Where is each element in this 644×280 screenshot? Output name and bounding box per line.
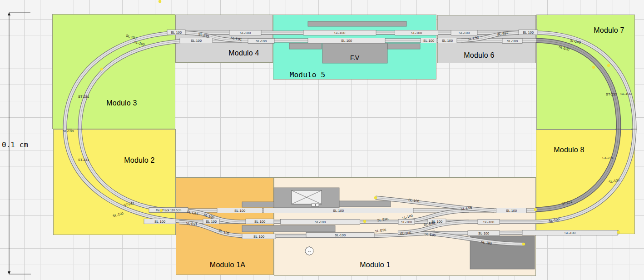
module-label-modulo-1: Modulo 1 [360,261,390,269]
track-piece-label-22: ST-231 [123,201,135,208]
shed-door-1 [312,204,315,206]
module-label-modulo-7: Modulo 7 [594,26,624,35]
track-piece-label-34: SL-100 [234,209,245,213]
station-platform-top[interactable] [308,21,406,26]
track-piece-label-37: SL-100 [506,209,517,213]
module-label-modulo-2: Modulo 2 [124,156,154,165]
loose-end-dot-3 [592,66,595,69]
track-piece-label-19: ST-231 [78,95,89,99]
tree-icon[interactable] [305,247,313,255]
module-label-modulo-1a: Modulo 1A [210,261,245,269]
scale-label: 0.1 cm [2,140,28,149]
loose-end-dot-10 [534,208,537,211]
track-piece-label-6: SL-100 [459,31,470,35]
track-piece-label-12: SL-100 [341,39,352,43]
track-piece-label-32: Flex Track 110.0cm [156,209,181,212]
track-piece-label-41: SL-100 [254,220,265,224]
track-piece-label-47: SL-100 [483,220,494,224]
track-piece-label-28: ST-231 [602,156,613,160]
station-platform-left[interactable] [289,43,322,49]
module-label-modulo-3: Modulo 3 [106,99,137,107]
track-piece-label-53: SL-100 [253,235,264,239]
track-piece-label-54: SL-100 [335,233,346,237]
shed-door-2 [316,204,319,206]
track-piece-label-3: SL-100 [240,31,251,35]
track-inner-loop-right-curve-layer2 [535,40,619,210]
track-piece-label-42: SL-100 [315,220,326,224]
track-piece-label-50: SL-E96 [375,228,386,233]
track-piece-label-23: SL-100 [112,211,124,218]
track-piece-label-52: SL-100 [565,231,575,235]
loose-end-dot-6 [363,220,366,223]
track-piece-label-14: SL-100 [442,39,453,43]
track-piece-label-21: ST-231 [78,158,89,162]
canvas: SL-100SL-E91SL-100SL-100SL-100SL-100SL-E… [0,0,644,280]
loose-end-dot-8 [522,243,525,245]
loose-end-dot-4 [607,64,610,67]
track-piece-label-18: SL-100 [134,40,145,47]
track-piece-label-26: ST-231 [606,92,617,96]
yard-platform-right[interactable] [339,201,391,207]
track-inner-loop-layer1 [80,40,536,210]
track-inner-loop[interactable] [80,40,536,210]
track-piece-label-31: SL-100 [548,217,560,223]
yard-platform-low[interactable] [242,225,335,232]
track-piece-label-45: SL-100 [401,220,412,224]
track-inner-loop-layer2 [80,40,536,210]
module-label-modulo-5: Modulo 5 [290,70,326,79]
loose-end-dot-5 [160,209,163,212]
track-piece-label-1: SL-100 [171,30,182,35]
track-piece-label-59: SL-100 [203,213,215,220]
track-piece-label-11: SL-100 [256,39,267,43]
track-piece-label-4: SL-100 [334,31,345,35]
track-piece-label-9: SL-100 [191,39,202,43]
track-piece-label-13: SL-100 [423,39,434,43]
loose-end-dot-7 [374,196,377,199]
module-label-modulo-4: Modulo 4 [228,49,259,57]
loose-end-dot-9 [617,231,620,234]
track-piece-label-35: SL-100 [333,209,344,213]
track-inner-loop-right-curve-layer1 [535,40,619,210]
module-label-modulo-8: Modulo 8 [554,146,584,154]
track-piece-label-38: SL-100 [154,220,165,224]
track-piece-label-27: SL-100 [620,92,631,96]
loose-end-dot-2 [100,68,103,70]
track-plan-svg: SL-100SL-E91SL-100SL-100SL-100SL-100SL-E… [0,0,644,280]
station-platform-right[interactable] [387,44,420,49]
building-label-fv: F.V [350,54,359,61]
track-piece-label-40: SL-100 [206,220,217,224]
track-inner-loop-right-curve[interactable] [535,40,619,210]
loose-end-dot-1 [159,0,161,3]
yard-platform-left[interactable] [242,202,274,207]
track-piece-label-8: SL-100 [523,30,534,35]
track-piece-label-51: SL-100 [478,231,489,235]
module-label-modulo-6: Modulo 6 [464,51,494,60]
track-piece-label-20: SL-100 [63,129,74,133]
track-piece-label-16: SL-100 [507,39,518,43]
track-piece-label-5: SL-100 [411,31,422,35]
